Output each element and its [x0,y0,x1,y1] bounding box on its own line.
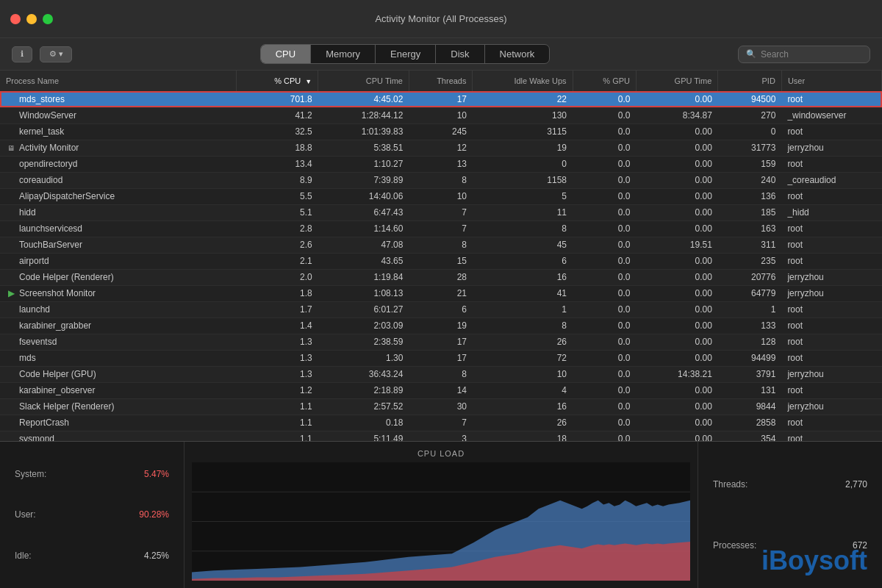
cell-cpu: 2.0 [237,269,318,285]
table-row[interactable]: ReportCrash 1.1 0.18 7 26 0.0 0.00 2858 … [0,415,882,431]
statusbar-wrapper: System: 5.47% User: 90.28% Idle: 4.25% C… [0,441,882,588]
tab-disk[interactable]: Disk [436,45,484,63]
search-box[interactable]: 🔍 [738,46,870,63]
cell-cpu-time: 1:08.13 [318,285,409,301]
minimize-button[interactable] [26,14,37,24]
table-row[interactable]: fseventsd 1.3 2:38.59 17 26 0.0 0.00 128… [0,334,882,350]
tab-network[interactable]: Network [485,45,550,63]
cell-idle-wake: 16 [473,398,573,415]
table-row[interactable]: opendirectoryd 13.4 1:10.27 13 0 0.0 0.0… [0,156,882,172]
cell-cpu-time: 1:19.84 [318,269,409,285]
cell-idle-wake: 11 [473,204,573,220]
col-process-name[interactable]: Process Name [0,71,237,91]
col-gpu-time[interactable]: GPU Time [637,71,718,91]
table-row[interactable]: karabiner_grabber 1.4 2:03.09 19 8 0.0 0… [0,318,882,334]
cell-pid: 64779 [718,285,782,301]
cell-threads: 7 [409,415,473,431]
process-name-label: AlipayDispatcherService [19,191,115,201]
cell-gpu: 0.0 [573,220,637,237]
cpu-load-chart [192,462,690,581]
table-row[interactable]: Slack Helper (Renderer) 1.1 2:57.52 30 1… [0,398,882,415]
table-row[interactable]: karabiner_observer 1.2 2:18.89 14 4 0.0 … [0,382,882,398]
info-button[interactable]: ℹ [12,46,32,62]
cell-gpu: 0.0 [573,269,637,285]
cell-gpu: 0.0 [573,350,637,366]
cell-cpu: 1.3 [237,350,318,366]
cell-idle-wake: 72 [473,350,573,366]
table-row[interactable]: 🖥Activity Monitor 18.8 5:38.51 12 19 0.0… [0,140,882,156]
table-row[interactable]: ▶Screenshot Monitor 1.8 1:08.13 21 41 0.… [0,285,882,301]
search-input[interactable] [761,49,862,60]
col-idle-wake-ups[interactable]: Idle Wake Ups [473,71,573,91]
cell-idle-wake: 4 [473,382,573,398]
app-title: Activity Monitor (All Processes) [375,13,506,24]
col-threads[interactable]: Threads [409,71,473,91]
thread-stats: Threads: 2,770 Processes: 672 [698,442,882,588]
cell-pid: 354 [718,431,782,441]
empty-icon [6,401,16,412]
close-button[interactable] [10,14,21,24]
table-row[interactable]: AlipayDispatcherService 5.5 14:40.06 10 … [0,188,882,204]
col-cpu-pct[interactable]: % CPU ▼ [237,71,318,91]
table-row[interactable]: kernel_task 32.5 1:01:39.83 245 3115 0.0… [0,123,882,140]
cell-cpu: 1.1 [237,415,318,431]
system-stat-row: System: 5.47% [15,469,169,479]
process-name-label: opendirectoryd [19,159,77,169]
col-gpu-pct[interactable]: % GPU [573,71,637,91]
user-label: User: [15,509,36,520]
maximize-button[interactable] [43,14,53,24]
cell-threads: 7 [409,204,473,220]
col-cpu-time[interactable]: CPU Time [318,71,409,91]
system-label: System: [15,469,46,479]
table-row[interactable]: coreaudiod 8.9 7:39.89 8 1158 0.0 0.00 2… [0,172,882,188]
tab-energy[interactable]: Energy [376,45,436,63]
cell-cpu: 2.1 [237,253,318,269]
table-row[interactable]: Code Helper (GPU) 1.3 36:43.24 8 10 0.0 … [0,366,882,382]
table-row[interactable]: hidd 5.1 6:47.43 7 11 0.0 0.00 185 _hidd [0,204,882,220]
cell-cpu-time: 36:43.24 [318,366,409,382]
table-row[interactable]: launchd 1.7 6:01.27 6 1 0.0 0.00 1 root [0,301,882,318]
cell-cpu-time: 0.18 [318,415,409,431]
cell-idle-wake: 26 [473,334,573,350]
table-row[interactable]: airportd 2.1 43.65 15 6 0.0 0.00 235 roo… [0,253,882,269]
cell-cpu: 1.3 [237,366,318,382]
cell-threads: 17 [409,334,473,350]
tab-cpu[interactable]: CPU [261,45,311,63]
cell-threads: 14 [409,382,473,398]
cell-cpu-time: 1:10.27 [318,156,409,172]
cell-cpu-time: 7:39.89 [318,172,409,188]
cell-gpu-time: 0.00 [637,382,718,398]
table-row[interactable]: mds 1.3 1.30 17 72 0.0 0.00 94499 root [0,350,882,366]
cell-process-name: ReportCrash [0,415,237,431]
col-pid[interactable]: PID [718,71,782,91]
cell-pid: 1 [718,301,782,318]
cell-gpu-time: 0.00 [637,172,718,188]
table-row[interactable]: TouchBarServer 2.6 47.08 8 45 0.0 19.51 … [0,237,882,253]
cell-pid: 131 [718,382,782,398]
cell-user: root [781,334,881,350]
cell-cpu: 1.3 [237,334,318,350]
cell-gpu: 0.0 [573,285,637,301]
table-row[interactable]: mds_stores 701.8 4:45.02 17 22 0.0 0.00 … [0,91,882,107]
table-row[interactable]: WindowServer 41.2 1:28:44.12 10 130 0.0 … [0,107,882,123]
cell-idle-wake: 5 [473,188,573,204]
table-row[interactable]: launchservicesd 2.8 1:14.60 7 8 0.0 0.00… [0,220,882,237]
processes-value: 672 [853,540,867,551]
cell-cpu-time: 47.08 [318,237,409,253]
empty-icon [6,369,16,379]
cell-gpu-time: 0.00 [637,431,718,441]
empty-icon [6,240,16,250]
col-user[interactable]: User [781,71,881,91]
gear-button[interactable]: ⚙ ▾ [40,46,72,62]
empty-icon [6,353,16,363]
table-row[interactable]: Code Helper (Renderer) 2.0 1:19.84 28 16… [0,269,882,285]
processes-label: Processes: [713,540,756,551]
cell-pid: 133 [718,318,782,334]
cell-cpu-time: 6:01.27 [318,301,409,318]
table-row[interactable]: sysmond 1.1 5:11.49 3 18 0.0 0.00 354 ro… [0,431,882,441]
cell-idle-wake: 8 [473,318,573,334]
cell-gpu: 0.0 [573,398,637,415]
cell-cpu-time: 43.65 [318,253,409,269]
tab-memory[interactable]: Memory [311,45,376,63]
window-controls[interactable] [10,14,53,24]
